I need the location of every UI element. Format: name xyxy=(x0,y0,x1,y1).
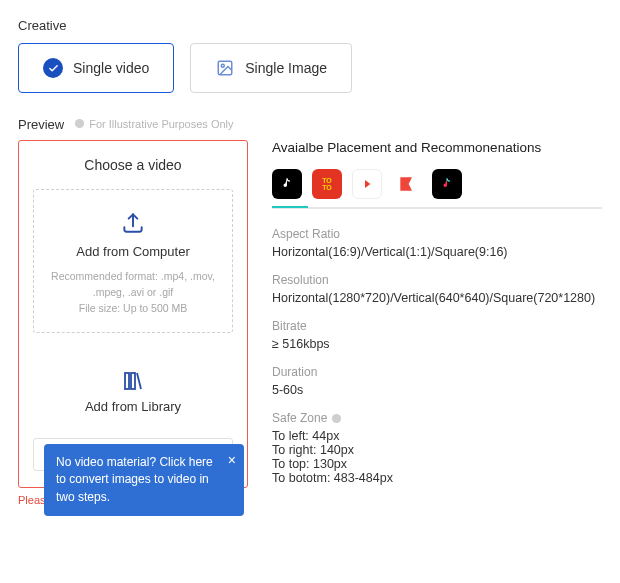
placement-tab-underline xyxy=(272,207,602,209)
spec-list: Aspect Ratio Horizontal(16:9)/Vertical(1… xyxy=(272,227,602,485)
choose-video-panel: Choose a video Add from Computer Recomme… xyxy=(18,140,248,488)
placement-icons: TOTO xyxy=(272,169,602,199)
spec-duration-label: Duration xyxy=(272,365,602,379)
image-icon xyxy=(215,58,235,78)
add-from-computer[interactable]: Add from Computer Recommended format: .m… xyxy=(33,189,233,333)
topbuzz-icon[interactable]: TOTO xyxy=(312,169,342,199)
upload-icon xyxy=(42,210,224,236)
add-computer-help1: Recommended format: .mp4, .mov, .mpeg, .… xyxy=(42,269,224,301)
panel-title: Choose a video xyxy=(33,157,233,173)
spec-duration-value: 5-60s xyxy=(272,383,602,397)
info-icon xyxy=(331,413,342,424)
svg-rect-5 xyxy=(131,373,135,389)
tab-label: Single video xyxy=(73,60,149,76)
preview-sub: For Illustrative Purposes Only xyxy=(74,118,233,130)
add-computer-label: Add from Computer xyxy=(42,244,224,259)
add-from-library[interactable]: Add from Library xyxy=(33,355,233,426)
svg-point-1 xyxy=(222,64,225,67)
svg-rect-4 xyxy=(125,373,129,389)
check-icon xyxy=(43,58,63,78)
safe-bottom: To bototm: 483-484px xyxy=(272,471,602,485)
spec-aspect-label: Aspect Ratio xyxy=(272,227,602,241)
preview-label: Preview xyxy=(18,117,64,132)
tab-single-image[interactable]: Single Image xyxy=(190,43,352,93)
svg-point-2 xyxy=(75,119,84,128)
add-library-label: Add from Library xyxy=(41,399,225,414)
spec-safe-label: Safe Zone xyxy=(272,411,602,425)
tab-label: Single Image xyxy=(245,60,327,76)
close-icon[interactable]: × xyxy=(228,450,236,470)
info-icon xyxy=(74,118,85,129)
creative-tabs: Single video Single Image xyxy=(18,43,602,93)
tiktok-alt-icon[interactable] xyxy=(432,169,462,199)
tooltip-no-video: × No video material? Click here to conve… xyxy=(44,444,244,516)
safe-top: To top: 130px xyxy=(272,457,602,471)
creative-label: Creative xyxy=(18,18,602,33)
safe-left: To left: 44px xyxy=(272,429,602,443)
tooltip-text: No video material? Click here to convert… xyxy=(56,455,213,504)
flipagram-icon[interactable] xyxy=(392,169,422,199)
add-computer-help2: File size: Up to 500 MB xyxy=(42,301,224,317)
safe-right: To right: 140px xyxy=(272,443,602,457)
spec-res-label: Resolution xyxy=(272,273,602,287)
tab-single-video[interactable]: Single video xyxy=(18,43,174,93)
spec-res-value: Horizontal(1280*720)/Vertical(640*640)/S… xyxy=(272,291,602,305)
spec-aspect-value: Horizontal(16:9)/Vertical(1:1)/Square(9:… xyxy=(272,245,602,259)
preview-header: Preview For Illustrative Purposes Only xyxy=(18,117,602,132)
vigo-icon[interactable] xyxy=(352,169,382,199)
svg-point-7 xyxy=(332,413,341,422)
spec-bitrate-label: Bitrate xyxy=(272,319,602,333)
svg-marker-6 xyxy=(365,180,370,188)
tiktok-icon[interactable] xyxy=(272,169,302,199)
spec-bitrate-value: ≥ 516kbps xyxy=(272,337,602,351)
placement-heading: Avaialbe Placement and Recommonenations xyxy=(272,140,602,155)
library-icon xyxy=(41,369,225,393)
